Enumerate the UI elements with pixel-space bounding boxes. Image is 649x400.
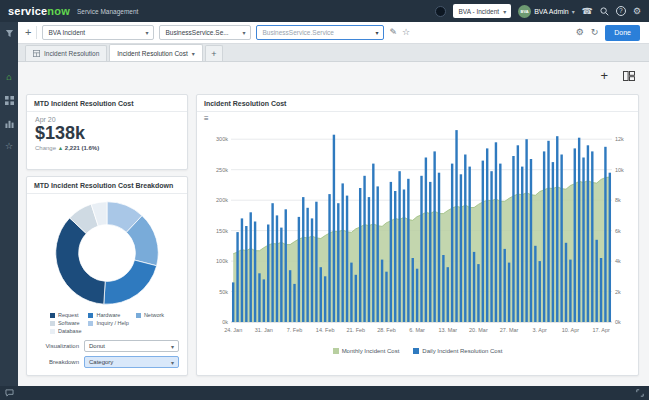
search-icon[interactable]	[600, 7, 609, 16]
user-menu[interactable]: BVA BVA Admin ▾	[518, 5, 575, 18]
daily-cost-bar[interactable]	[591, 151, 593, 322]
daily-cost-bar[interactable]	[363, 176, 365, 322]
legend-item[interactable]: Software	[50, 320, 82, 326]
daily-cost-bar[interactable]	[512, 156, 514, 322]
settings-gear-icon[interactable]: ⚙	[576, 28, 584, 37]
daily-cost-bar[interactable]	[534, 246, 536, 322]
daily-cost-bar[interactable]	[285, 209, 287, 322]
daily-cost-bar[interactable]	[333, 135, 335, 322]
legend-item[interactable]: Hardware	[88, 312, 128, 318]
daily-cost-bar[interactable]	[337, 203, 339, 322]
legend-item[interactable]: Network	[136, 312, 164, 318]
daily-cost-bar[interactable]	[442, 255, 444, 322]
legend-item[interactable]: Inquiry / Help	[88, 320, 128, 326]
daily-cost-bar[interactable]	[438, 173, 440, 322]
daily-cost-bar[interactable]	[477, 264, 479, 322]
daily-cost-bar[interactable]	[258, 273, 260, 322]
daily-cost-bar[interactable]	[525, 139, 527, 322]
sidebar-item-analytics-icon[interactable]	[3, 118, 15, 128]
daily-cost-bar[interactable]	[324, 276, 326, 322]
daily-cost-bar[interactable]	[587, 145, 589, 322]
tab-incident-resolution-cost[interactable]: Incident Resolution Cost ▾	[109, 44, 202, 61]
daily-cost-bar[interactable]	[407, 179, 409, 322]
daily-cost-bar[interactable]	[372, 164, 374, 322]
daily-cost-bar[interactable]	[236, 232, 238, 322]
breakdown-select[interactable]: Category ▾	[84, 356, 179, 368]
daily-cost-bar[interactable]	[429, 182, 431, 322]
daily-cost-bar[interactable]	[578, 138, 580, 322]
daily-cost-bar[interactable]	[381, 260, 383, 322]
add-widget-button[interactable]: +	[25, 27, 31, 38]
edit-pencil-icon[interactable]: ✎	[389, 28, 397, 37]
daily-cost-bar[interactable]	[232, 282, 234, 322]
daily-cost-bar[interactable]	[455, 130, 457, 322]
daily-cost-bar[interactable]	[604, 147, 606, 322]
daily-cost-bar[interactable]	[359, 188, 361, 322]
daily-cost-bar[interactable]	[306, 208, 308, 322]
fullscreen-icon[interactable]	[636, 389, 644, 397]
add-widget-plus-icon[interactable]: +	[600, 69, 608, 82]
daily-cost-bar[interactable]	[552, 162, 554, 322]
daily-cost-bar[interactable]	[595, 240, 597, 322]
daily-cost-bar[interactable]	[350, 263, 352, 322]
daily-cost-bar[interactable]	[574, 148, 576, 322]
daily-cost-bar[interactable]	[355, 275, 357, 322]
visualization-select[interactable]: Donut ▾	[84, 340, 179, 352]
daily-cost-bar[interactable]	[271, 203, 273, 322]
breakdown-filter-input[interactable]: BusinessService.Service ▾	[256, 25, 384, 40]
phone-icon[interactable]: ☎	[582, 7, 593, 16]
favorite-star-icon[interactable]: ☆	[402, 28, 410, 37]
daily-cost-bar[interactable]	[390, 182, 392, 322]
scope-selector[interactable]: BVA - Incident ▾	[453, 4, 511, 18]
daily-cost-bar[interactable]	[504, 249, 506, 322]
daily-cost-bar[interactable]	[582, 158, 584, 323]
daily-cost-bar[interactable]	[495, 142, 497, 322]
breakdown-source-select[interactable]: BusinessService.Se... ▾	[159, 25, 251, 40]
daily-cost-bar[interactable]	[499, 164, 501, 322]
donut-slice[interactable]	[56, 218, 105, 304]
chart-menu-icon[interactable]: ≡	[204, 115, 209, 123]
daily-cost-bar[interactable]	[433, 151, 435, 322]
daily-cost-bar[interactable]	[600, 258, 602, 322]
change-layout-icon[interactable]	[623, 71, 635, 81]
daily-cost-bar[interactable]	[241, 218, 243, 322]
daily-cost-bar[interactable]	[315, 202, 317, 322]
legend-item[interactable]: Daily Incident Resolution Cost	[413, 348, 502, 354]
daily-cost-bar[interactable]	[569, 260, 571, 322]
legend-item[interactable]: Database	[50, 328, 82, 334]
daily-cost-bar[interactable]	[460, 174, 462, 322]
daily-cost-bar[interactable]	[425, 158, 427, 323]
daily-cost-bar[interactable]	[543, 151, 545, 322]
daily-cost-bar[interactable]	[267, 225, 269, 323]
filter-funnel-icon[interactable]	[3, 28, 15, 38]
daily-cost-bar[interactable]	[245, 226, 247, 322]
refresh-icon[interactable]: ↻	[591, 28, 599, 37]
help-icon[interactable]: ?	[616, 6, 626, 16]
daily-cost-bar[interactable]	[490, 171, 492, 322]
daily-cost-bar[interactable]	[416, 269, 418, 322]
daily-cost-bar[interactable]	[539, 261, 541, 322]
combo-chart[interactable]: 0k0k50k2k100k4k150k6k200k8k250k10k300k12…	[203, 114, 640, 342]
daily-cost-bar[interactable]	[609, 173, 611, 322]
daily-cost-bar[interactable]	[280, 228, 282, 322]
sidebar-item-star-icon[interactable]: ☆	[3, 141, 15, 151]
daily-cost-bar[interactable]	[547, 141, 549, 322]
scope-icon[interactable]	[435, 6, 446, 17]
done-button[interactable]: Done	[605, 25, 640, 41]
daily-cost-bar[interactable]	[346, 196, 348, 322]
legend-item[interactable]: Monthly Incident Cost	[333, 348, 400, 354]
daily-cost-bar[interactable]	[482, 161, 484, 322]
sidebar-item-home[interactable]: ⌂	[3, 72, 15, 82]
daily-cost-bar[interactable]	[486, 148, 488, 322]
daily-cost-bar[interactable]	[328, 194, 330, 322]
legend-item[interactable]: Request	[50, 312, 82, 318]
daily-cost-bar[interactable]	[276, 215, 278, 322]
daily-cost-bar[interactable]	[385, 272, 387, 322]
daily-cost-bar[interactable]	[341, 183, 343, 322]
daily-cost-bar[interactable]	[451, 164, 453, 322]
daily-cost-bar[interactable]	[420, 176, 422, 322]
daily-cost-bar[interactable]	[289, 270, 291, 322]
daily-cost-bar[interactable]	[302, 197, 304, 322]
daily-cost-bar[interactable]	[368, 197, 370, 322]
donut-slice[interactable]	[104, 260, 157, 304]
